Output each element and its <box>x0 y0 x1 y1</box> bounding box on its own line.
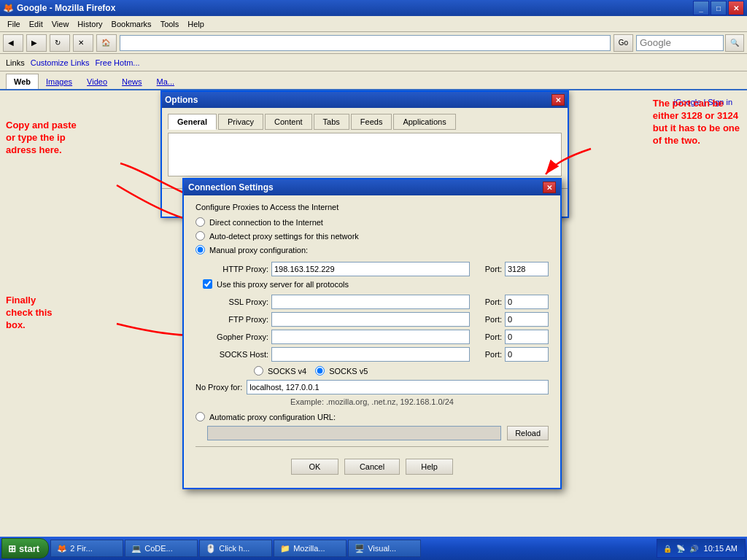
back-button[interactable]: ◀ <box>3 34 23 52</box>
free-hotmail[interactable]: Free Hotm... <box>95 58 139 67</box>
ssl-port-input[interactable] <box>505 295 549 309</box>
options-tab-general[interactable]: General <box>168 114 217 130</box>
tab-bar: Web Images Video News Ma... <box>0 71 747 90</box>
tab-video[interactable]: Video <box>80 74 115 89</box>
tab-more[interactable]: Ma... <box>150 74 182 89</box>
address-input[interactable] <box>120 35 611 51</box>
socks-port-label: Port: <box>473 350 502 359</box>
taskbar-visual-label: Visual... <box>368 544 396 553</box>
close-button[interactable]: ✕ <box>728 1 744 15</box>
options-tab-feeds[interactable]: Feeds <box>351 114 392 130</box>
search-input[interactable] <box>636 35 724 51</box>
taskbar-firefox-label: 2 Fir... <box>70 544 93 553</box>
gopher-port-input[interactable] <box>505 330 549 344</box>
radio-manual[interactable]: Manual proxy configuration: <box>196 245 549 254</box>
menu-bookmarks[interactable]: Bookmarks <box>107 18 156 30</box>
ftp-proxy-input[interactable] <box>271 312 470 327</box>
http-proxy-input[interactable] <box>271 262 470 276</box>
socks-v5-radio[interactable] <box>315 366 325 376</box>
start-label: start <box>19 543 39 554</box>
socks-host-row: SOCKS Host: Port: <box>196 347 549 362</box>
conn-close-button[interactable]: ✕ <box>543 182 556 193</box>
customize-links[interactable]: Customize Links <box>31 58 90 67</box>
taskbar-mozilla[interactable]: 📁 Mozilla... <box>274 540 347 557</box>
socks-port-input[interactable] <box>505 347 549 362</box>
no-proxy-row: No Proxy for: <box>196 380 549 394</box>
socks-host-label: SOCKS Host: <box>196 350 268 359</box>
taskbar-click-label: Click h... <box>219 544 249 553</box>
ssl-proxy-input[interactable] <box>271 295 470 309</box>
options-close-button[interactable]: ✕ <box>551 94 565 106</box>
conn-help-button[interactable]: Help <box>406 459 453 475</box>
options-tab-apps[interactable]: Applications <box>393 114 455 130</box>
taskbar-firefox-icon: 🦊 <box>57 544 67 553</box>
radio-auto-input[interactable] <box>196 231 205 241</box>
reload-button[interactable]: Reload <box>507 426 549 440</box>
gopher-proxy-row: Gopher Proxy: Port: <box>196 330 549 344</box>
options-tab-content[interactable]: Content <box>265 114 312 130</box>
conn-title-bar: Connection Settings ✕ <box>184 179 560 195</box>
port-label: Port: <box>473 265 502 273</box>
connection-settings-dialog: Connection Settings ✕ Configure Proxies … <box>182 178 562 489</box>
auto-proxy-radio[interactable] <box>196 412 205 421</box>
socks-v4-radio[interactable] <box>254 366 263 376</box>
radio-direct-input[interactable] <box>196 217 205 227</box>
gopher-proxy-input[interactable] <box>271 330 470 344</box>
no-proxy-input[interactable] <box>247 380 549 394</box>
options-tab-tabs[interactable]: Tabs <box>314 114 349 130</box>
menu-view[interactable]: View <box>47 18 74 30</box>
taskbar-click[interactable]: 🖱️ Click h... <box>199 540 272 557</box>
menu-tools[interactable]: Tools <box>156 18 184 30</box>
http-port-input[interactable] <box>505 262 549 276</box>
radio-auto-label: Auto-detect proxy settings for this netw… <box>209 232 359 241</box>
conn-cancel-button[interactable]: Cancel <box>344 459 400 475</box>
go-button[interactable]: Go <box>614 34 633 52</box>
conn-ok-button[interactable]: OK <box>291 459 338 475</box>
taskbar-visual[interactable]: 🖥️ Visual... <box>348 540 421 557</box>
menu-edit[interactable]: Edit <box>25 18 47 30</box>
start-button[interactable]: ⊞ start <box>1 538 49 559</box>
port-annotation: The port can beeither 3128 or 3124but it… <box>653 98 740 147</box>
taskbar-code[interactable]: 💻 CoDE... <box>125 540 198 557</box>
ssl-proxy-label: SSL Proxy: <box>196 298 268 306</box>
options-tab-privacy[interactable]: Privacy <box>218 114 263 130</box>
taskbar-mozilla-icon: 📁 <box>280 544 290 553</box>
socks-version-row: SOCKS v4 SOCKS v5 <box>196 366 549 376</box>
maximize-button[interactable]: □ <box>711 1 727 15</box>
taskbar-time: 10:15 AM <box>701 544 740 553</box>
tray-icon-2: 📡 <box>675 542 686 554</box>
search-button[interactable]: 🔍 <box>725 34 744 52</box>
taskbar-firefox[interactable]: 🦊 2 Fir... <box>50 540 123 557</box>
radio-manual-input[interactable] <box>196 245 205 254</box>
socks-v4-label[interactable]: SOCKS v4 <box>254 366 306 376</box>
auto-proxy-url-input[interactable] <box>207 426 501 440</box>
radio-auto[interactable]: Auto-detect proxy settings for this netw… <box>196 231 549 241</box>
radio-direct[interactable]: Direct connection to the Internet <box>196 217 549 227</box>
menu-file[interactable]: File <box>3 18 25 30</box>
taskbar-tray: 🔒 📡 🔊 10:15 AM <box>657 539 746 558</box>
use-all-protocols-checkbox[interactable] <box>203 279 212 289</box>
options-title-bar: Options ✕ <box>162 92 568 108</box>
tab-web[interactable]: Web <box>6 74 39 89</box>
copy-paste-annotation: Copy and pasteor type the ipadress here. <box>6 120 77 157</box>
tab-images[interactable]: Images <box>39 74 80 89</box>
home-button[interactable]: 🏠 <box>96 34 117 52</box>
ssl-port-label: Port: <box>473 298 502 306</box>
reload-button[interactable]: ↻ <box>50 34 70 52</box>
window-title: Google - Mozilla Firefox <box>17 3 115 13</box>
toolbar: ◀ ▶ ↻ ✕ 🏠 Go 🔍 <box>0 32 747 54</box>
menu-history[interactable]: History <box>73 18 107 30</box>
taskbar-click-icon: 🖱️ <box>206 544 216 553</box>
minimize-button[interactable]: _ <box>693 1 709 15</box>
menu-help[interactable]: Help <box>183 18 209 30</box>
use-all-protocols-label: Use this proxy server for all protocols <box>217 280 349 289</box>
taskbar-visual-icon: 🖥️ <box>355 544 365 553</box>
ssl-proxy-row: SSL Proxy: Port: <box>196 295 549 309</box>
forward-button[interactable]: ▶ <box>26 34 47 52</box>
tab-news[interactable]: News <box>115 74 150 89</box>
stop-button[interactable]: ✕ <box>73 34 93 52</box>
http-proxy-row: HTTP Proxy: Port: <box>196 262 549 276</box>
ftp-port-input[interactable] <box>505 312 549 327</box>
socks-host-input[interactable] <box>271 347 470 362</box>
socks-v5-label[interactable]: SOCKS v5 <box>315 366 368 376</box>
